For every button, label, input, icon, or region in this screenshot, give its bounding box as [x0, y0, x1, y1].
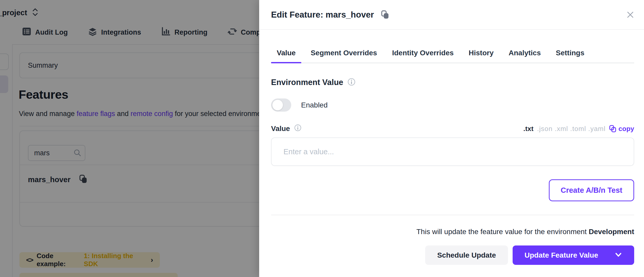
info-icon[interactable] [347, 78, 356, 87]
tab-value[interactable]: Value [271, 49, 301, 63]
format-txt[interactable]: .txt [523, 125, 534, 133]
update-button-label: Update Feature Value [525, 251, 598, 259]
notice-text: This will update the feature value for t… [416, 228, 589, 236]
enabled-toggle[interactable] [271, 98, 291, 112]
create-ab-test-button[interactable]: Create A/B/n Test [549, 179, 634, 201]
value-input[interactable] [271, 137, 634, 166]
edit-feature-modal: Edit Feature: mars_hover Value Segment O… [259, 0, 644, 277]
info-icon[interactable] [294, 124, 302, 133]
toggle-label: Enabled [301, 101, 328, 109]
copy-feature-name-icon[interactable] [381, 10, 390, 20]
environment-value-heading: Environment Value [271, 78, 343, 87]
tab-settings[interactable]: Settings [550, 49, 590, 63]
copy-value-button[interactable]: copy [609, 125, 634, 133]
modal-tabs: Value Segment Overrides Identity Overrid… [271, 49, 634, 63]
tab-segment-overrides[interactable]: Segment Overrides [305, 49, 383, 63]
tab-history[interactable]: History [463, 49, 499, 63]
update-feature-value-button[interactable]: Update Feature Value [513, 245, 634, 265]
modal-header: Edit Feature: mars_hover [259, 0, 644, 30]
close-icon[interactable] [626, 11, 634, 19]
chevron-down-icon [615, 251, 622, 259]
copy-label: copy [618, 125, 634, 133]
toggle-knob [272, 100, 283, 110]
modal-title: Edit Feature: mars_hover [271, 10, 374, 20]
tab-identity-overrides[interactable]: Identity Overrides [386, 49, 459, 63]
environment-name: Development [589, 228, 634, 236]
value-label: Value [271, 125, 290, 133]
tab-analytics[interactable]: Analytics [503, 49, 547, 63]
footer-divider [271, 215, 634, 215]
update-notice: This will update the feature value for t… [271, 228, 634, 236]
format-options[interactable]: .json .xml .toml .yaml [537, 125, 606, 133]
schedule-update-button[interactable]: Schedule Update [425, 245, 508, 265]
